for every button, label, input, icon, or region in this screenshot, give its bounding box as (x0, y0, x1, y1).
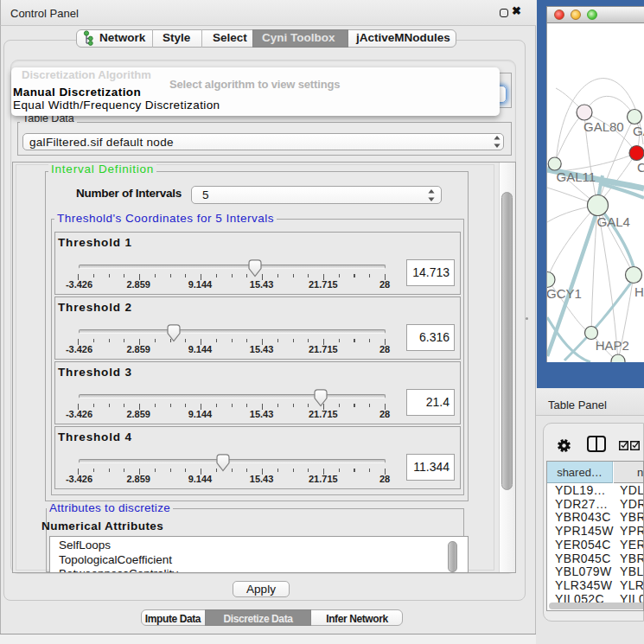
svg-text:HAP2: HAP2 (596, 338, 629, 353)
svg-text:GAL4: GAL4 (597, 214, 630, 229)
svg-text:GA: GA (633, 124, 644, 138)
svg-text:HA: HA (634, 284, 644, 299)
svg-text:GAL11: GAL11 (557, 169, 596, 184)
svg-text:C: C (637, 160, 644, 175)
svg-text:GAL80: GAL80 (583, 119, 624, 134)
svg-text:GCY1: GCY1 (547, 286, 582, 301)
